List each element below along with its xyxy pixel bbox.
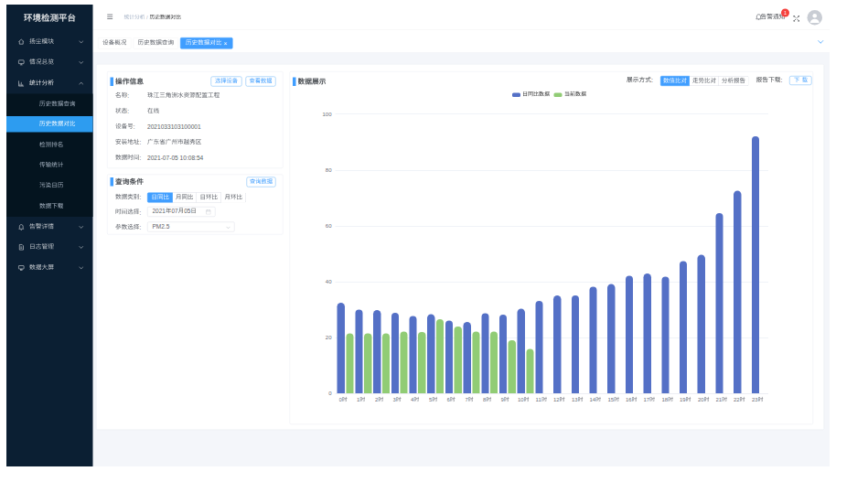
svg-text:2021: 2021 [152, 208, 166, 214]
svg-text:2: 2 [374, 397, 378, 402]
svg-text:05: 05 [184, 208, 191, 214]
svg-text:13: 13 [571, 397, 577, 402]
svg-text:23: 23 [751, 397, 757, 402]
svg-text:11: 11 [535, 397, 541, 402]
svg-text:15: 15 [607, 397, 614, 402]
svg-text:17: 17 [643, 397, 649, 402]
svg-text:18: 18 [661, 397, 668, 402]
svg-text:1: 1 [357, 397, 360, 402]
svg-text:6: 6 [446, 397, 450, 402]
svg-text:3: 3 [392, 397, 396, 402]
svg-text:14: 14 [589, 397, 595, 402]
svg-text:0: 0 [338, 397, 342, 402]
svg-text:5: 5 [428, 397, 432, 402]
svg-text:7: 7 [465, 397, 468, 402]
svg-text:10: 10 [517, 397, 523, 402]
svg-text:07: 07 [171, 208, 178, 214]
svg-text:8: 8 [483, 397, 487, 402]
svg-text:16: 16 [625, 397, 631, 402]
svg-text:21: 21 [715, 397, 722, 402]
svg-text:20: 20 [697, 397, 703, 402]
svg-text:22: 22 [734, 397, 740, 402]
svg-text:12: 12 [553, 397, 560, 402]
svg-text:4: 4 [411, 397, 414, 402]
svg-text:19: 19 [680, 397, 686, 402]
svg-text:9: 9 [500, 397, 504, 402]
